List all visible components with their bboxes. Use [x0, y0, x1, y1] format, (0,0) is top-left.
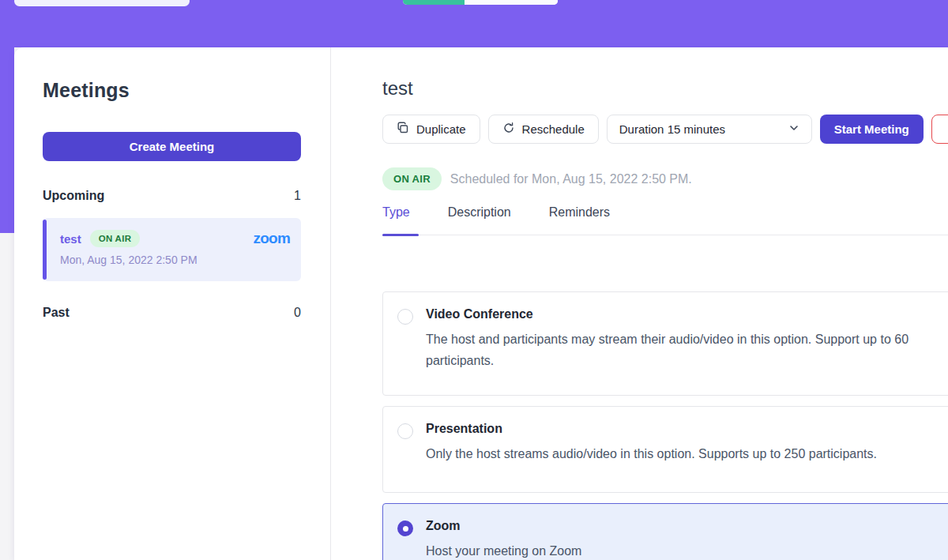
duplicate-label: Duplicate — [416, 122, 466, 136]
duration-select[interactable]: Duration 15 minutes — [607, 115, 812, 144]
option-title: Presentation — [426, 422, 877, 436]
tab-type[interactable]: Type — [382, 205, 410, 235]
option-description: Only the host streams audio/video in thi… — [426, 443, 877, 464]
meeting-detail: test Duplicate Reschedul — [382, 47, 948, 560]
option-description: Host your meeting on Zoom — [426, 540, 581, 560]
upcoming-section-header[interactable]: Upcoming 1 — [43, 189, 301, 203]
refresh-icon — [502, 122, 515, 137]
radio-unchecked-icon[interactable] — [397, 309, 413, 325]
upcoming-count: 1 — [294, 189, 301, 203]
sidebar-divider — [330, 47, 331, 560]
delete-meeting-button-cutoff[interactable] — [931, 115, 948, 144]
meeting-type-options: Video Conference The host and participan… — [382, 291, 948, 560]
progress-filled-segment — [403, 0, 465, 5]
option-title: Zoom — [426, 519, 581, 533]
zoom-logo: zoom — [254, 230, 290, 247]
past-label: Past — [43, 306, 70, 320]
past-count: 0 — [294, 306, 301, 320]
on-air-status-badge: ON AIR — [382, 167, 442, 190]
chevron-down-icon — [788, 122, 799, 136]
radio-checked-icon[interactable] — [397, 521, 413, 536]
meeting-list-item[interactable]: test ON AIR zoom Mon, Aug 15, 2022 2:50 … — [43, 218, 301, 281]
page-title: test — [382, 77, 948, 100]
tab-reminders[interactable]: Reminders — [549, 205, 610, 235]
top-progress-pill — [403, 0, 558, 5]
reschedule-label: Reschedule — [522, 122, 585, 136]
duration-value: Duration 15 minutes — [619, 122, 725, 136]
radio-unchecked-icon[interactable] — [397, 423, 413, 439]
past-section-header[interactable]: Past 0 — [43, 306, 301, 320]
left-purple-strip — [0, 0, 14, 233]
tab-description[interactable]: Description — [448, 205, 511, 235]
progress-empty-segment — [465, 0, 558, 5]
duplicate-button[interactable]: Duplicate — [382, 115, 480, 144]
option-zoom[interactable]: Zoom Host your meeting on Zoom — [382, 503, 948, 560]
scheduled-text: Scheduled for Mon, Aug 15, 2022 2:50 PM. — [450, 172, 692, 186]
upcoming-label: Upcoming — [43, 189, 104, 203]
sidebar-title: Meetings — [43, 79, 301, 102]
content-panel: Meetings Create Meeting Upcoming 1 test … — [14, 47, 948, 560]
status-row: ON AIR Scheduled for Mon, Aug 15, 2022 2… — [382, 167, 948, 190]
option-description: The host and participants may stream the… — [426, 329, 908, 371]
tab-bar: Type Description Reminders — [382, 205, 948, 235]
option-presentation[interactable]: Presentation Only the host streams audio… — [382, 406, 948, 493]
meeting-name: test — [60, 232, 81, 246]
top-cutoff-card — [14, 0, 190, 6]
copy-icon — [397, 122, 409, 137]
option-title: Video Conference — [426, 307, 908, 321]
top-banner — [0, 0, 948, 47]
start-meeting-button[interactable]: Start Meeting — [820, 115, 924, 144]
on-air-badge: ON AIR — [90, 230, 141, 247]
meetings-sidebar: Meetings Create Meeting Upcoming 1 test … — [14, 47, 330, 560]
option-video-conference[interactable]: Video Conference The host and participan… — [382, 291, 948, 396]
reschedule-button[interactable]: Reschedule — [488, 115, 599, 144]
create-meeting-button[interactable]: Create Meeting — [43, 132, 301, 161]
toolbar: Duplicate Reschedule Duration 15 minutes — [382, 115, 948, 144]
meeting-datetime: Mon, Aug 15, 2022 2:50 PM — [60, 254, 290, 266]
